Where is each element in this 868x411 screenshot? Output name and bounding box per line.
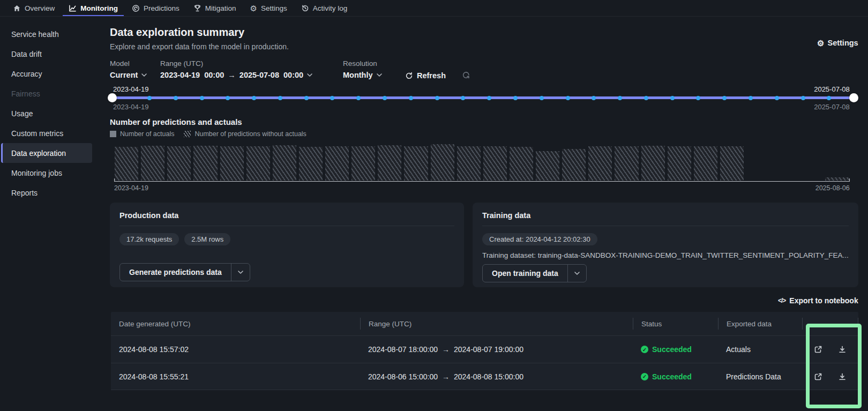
sidebar-item-reports[interactable]: Reports	[1, 183, 92, 203]
nav-item-mitigation[interactable]: Mitigation	[186, 0, 243, 16]
nav-item-label: Settings	[261, 4, 287, 12]
bar	[536, 151, 559, 181]
slider-dot[interactable]	[827, 96, 831, 100]
predictions-bar-chart[interactable]	[114, 143, 850, 182]
slider-dot[interactable]	[566, 96, 570, 100]
range-end: 2024-08-08 15:00:00	[454, 372, 523, 381]
open-training-data-dropdown[interactable]	[567, 265, 586, 282]
slider-dot[interactable]	[226, 96, 230, 100]
slider-dot[interactable]	[330, 96, 334, 100]
undo-button[interactable]	[462, 71, 470, 79]
cell-date-generated: 2024-08-08 15:55:21	[111, 372, 360, 381]
history-icon	[301, 4, 309, 12]
slider-dot[interactable]	[696, 96, 700, 100]
bar	[220, 146, 244, 181]
generate-predictions-button[interactable]: Generate predictions data	[119, 263, 250, 281]
resolution-select[interactable]: Monthly	[343, 71, 404, 79]
slider-dot[interactable]	[592, 96, 596, 100]
slider-dot[interactable]	[513, 96, 518, 100]
settings-button[interactable]: ⚙ Settings	[817, 35, 858, 51]
nav-item-label: Activity log	[313, 4, 348, 12]
slider-dot[interactable]	[801, 96, 805, 100]
bar	[351, 146, 375, 181]
model-select[interactable]: Current	[110, 71, 160, 79]
resolution-value: Monthly	[343, 71, 373, 79]
arrow-right-icon: →	[228, 71, 236, 79]
date-range-slider[interactable]: 2023-04-19 2023-04-19 2025-07-08 2025-07…	[110, 85, 858, 111]
download-icon[interactable]	[838, 372, 847, 381]
slider-dot[interactable]	[383, 96, 387, 100]
slider-start-label-bottom: 2023-04-19	[113, 103, 149, 111]
bar	[378, 145, 401, 181]
slider-dot[interactable]	[147, 96, 152, 100]
sidebar-item-service-health[interactable]: Service health	[1, 24, 92, 44]
open-export-icon[interactable]	[814, 345, 822, 354]
slider-dot[interactable]	[200, 96, 204, 100]
slider-dot[interactable]	[461, 96, 465, 100]
nav-item-monitoring[interactable]: Monitoring	[62, 0, 125, 16]
nav-item-activity-log[interactable]: Activity log	[294, 0, 355, 16]
open-training-data-button[interactable]: Open training data	[482, 264, 587, 282]
slider-dot[interactable]	[618, 96, 622, 100]
range-start: 2024-08-06 15:00:00	[368, 372, 438, 381]
bar	[694, 146, 717, 181]
bar	[431, 144, 454, 181]
slider-dot[interactable]	[435, 96, 439, 100]
sidebar-item-data-drift[interactable]: Data drift	[1, 44, 92, 64]
slider-dot[interactable]	[174, 96, 178, 100]
chevron-down-icon	[377, 73, 382, 77]
open-training-data-label[interactable]: Open training data	[483, 265, 567, 282]
slider-handle-end[interactable]	[849, 93, 858, 102]
bar	[115, 147, 138, 181]
range-select[interactable]: 2023-04-19 00:00 → 2025-07-08 00:00	[160, 71, 343, 79]
cell-actions	[802, 345, 858, 354]
training-data-card: Training data Created at: 2024-04-12 20:…	[473, 203, 858, 287]
slider-dot[interactable]	[409, 96, 413, 100]
sidebar-item-monitoring-jobs[interactable]: Monitoring jobs	[1, 163, 92, 183]
resolution-label: Resolution	[343, 59, 404, 68]
open-export-icon[interactable]	[814, 372, 822, 381]
slider-dot[interactable]	[540, 96, 544, 100]
slider-handle-start[interactable]	[108, 93, 117, 102]
training-dataset-name: Training dataset: training-data-SANDBOX-…	[482, 251, 849, 259]
export-to-notebook-label: Export to notebook	[789, 296, 858, 305]
exports-table: Date generated (UTC) Range (UTC) Status …	[111, 312, 858, 390]
bar	[562, 149, 586, 181]
chevron-down-icon	[238, 271, 243, 274]
export-to-notebook-button[interactable]: </> Export to notebook	[110, 296, 858, 305]
generate-predictions-dropdown[interactable]	[231, 264, 250, 281]
slider-dot[interactable]	[722, 96, 727, 100]
nav-item-settings[interactable]: ⚙ Settings	[243, 0, 294, 16]
slider-dot[interactable]	[775, 96, 779, 100]
slider-dot[interactable]	[487, 96, 491, 100]
production-card-title: Production data	[119, 211, 454, 226]
slider-dot[interactable]	[749, 96, 753, 100]
settings-button-label: Settings	[827, 39, 858, 47]
sidebar-item-custom-metrics[interactable]: Custom metrics	[1, 123, 92, 143]
sidebar-item-data-exploration[interactable]: Data exploration	[1, 143, 92, 163]
slider-dot[interactable]	[304, 96, 309, 100]
table-header-row: Date generated (UTC) Range (UTC) Status …	[111, 312, 858, 335]
generate-predictions-label[interactable]: Generate predictions data	[120, 264, 231, 281]
arrow-right-icon: →	[442, 345, 450, 354]
range-end: 2024-08-07 19:00:00	[454, 345, 523, 354]
slider-dot[interactable]	[278, 96, 282, 100]
cell-date-generated: 2024-08-08 15:57:02	[111, 345, 360, 354]
axis-start-label: 2023-04-19	[114, 184, 148, 192]
slider-dot[interactable]	[670, 96, 675, 100]
code-icon: </>	[778, 297, 785, 304]
gear-icon: ⚙	[250, 4, 257, 12]
nav-item-overview[interactable]: Overview	[6, 0, 62, 16]
nav-item-predictions[interactable]: Predictions	[125, 0, 186, 16]
refresh-button[interactable]: Refresh	[405, 71, 446, 80]
col-status: Status	[633, 318, 718, 330]
sidebar: Service health Data drift Accuracy Fairn…	[0, 17, 107, 411]
slider-dot[interactable]	[252, 96, 256, 100]
sidebar-item-accuracy[interactable]: Accuracy	[1, 64, 92, 84]
slider-dot[interactable]	[644, 96, 648, 100]
download-icon[interactable]	[838, 345, 847, 354]
production-data-card: Production data 17.2k requests 2.5M rows…	[110, 203, 464, 287]
bar	[615, 146, 638, 181]
slider-dot[interactable]	[356, 96, 361, 100]
sidebar-item-usage[interactable]: Usage	[1, 103, 92, 123]
